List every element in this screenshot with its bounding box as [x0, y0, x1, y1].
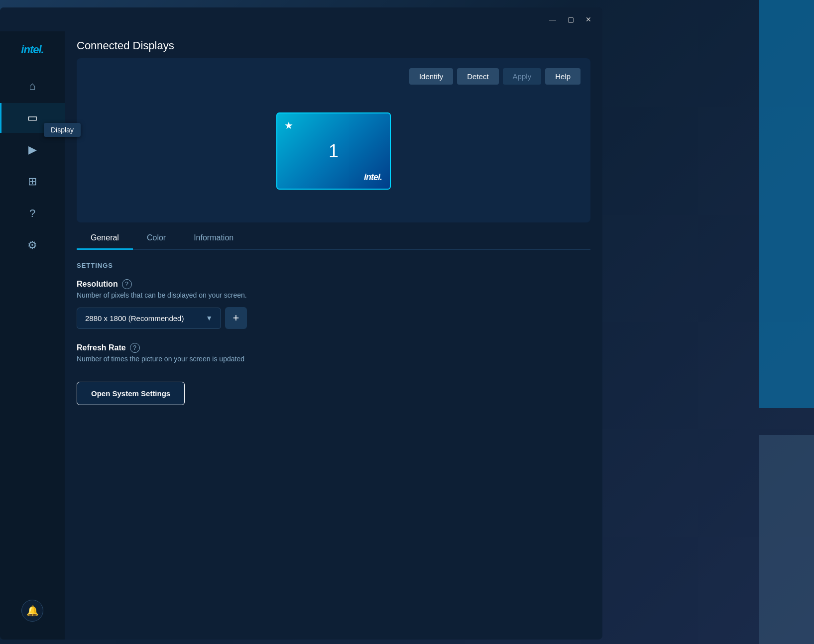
- display-number: 1: [329, 141, 339, 162]
- main-layout: intel. ⌂ ▭ ▶ ⊞ ? ⚙: [0, 31, 602, 640]
- primary-display-icon: ★: [284, 119, 293, 131]
- settings-section: SETTINGS Resolution ? Number of pixels t…: [65, 250, 602, 640]
- close-button[interactable]: ✕: [581, 13, 596, 25]
- resolution-value: 2880 x 1800 (Recommended): [85, 314, 184, 322]
- intel-logo: intel.: [21, 36, 43, 66]
- display-cards-area: ★ 1 intel.: [87, 95, 581, 213]
- help-button[interactable]: Help: [545, 68, 581, 85]
- resolution-group: Resolution ? Number of pixels that can b…: [77, 279, 590, 329]
- resolution-title-row: Resolution ?: [77, 279, 590, 289]
- page-title: Connected Displays: [77, 39, 590, 52]
- title-bar-controls: — ▢ ✕: [545, 13, 596, 25]
- display-card-1[interactable]: ★ 1 intel.: [276, 112, 391, 190]
- tabs-section: General Color Information: [77, 226, 590, 250]
- preview-toolbar: Identify Detect Apply Help: [409, 68, 581, 85]
- resolution-dropdown[interactable]: 2880 x 1800 (Recommended) ▼: [77, 308, 221, 329]
- resolution-description: Number of pixels that can be displayed o…: [77, 291, 590, 299]
- sidebar-item-home[interactable]: ⌂: [0, 71, 65, 101]
- tab-general[interactable]: General: [77, 226, 133, 249]
- resolution-title: Resolution: [77, 280, 118, 289]
- bell-icon: 🔔: [26, 605, 39, 617]
- display-icon: ▭: [27, 111, 38, 124]
- sidebar-bottom: 🔔: [0, 592, 65, 630]
- video-icon: ▶: [28, 143, 37, 156]
- add-resolution-button[interactable]: +: [225, 307, 247, 329]
- home-icon: ⌂: [29, 80, 35, 93]
- tab-color[interactable]: Color: [133, 226, 180, 249]
- apply-button[interactable]: Apply: [503, 68, 542, 85]
- refresh-rate-help-icon[interactable]: ?: [130, 343, 140, 353]
- sidebar-nav: ⌂ ▭ ▶ ⊞ ? ⚙: [0, 66, 65, 592]
- content-area: Connected Displays Identify Detect Apply…: [65, 31, 602, 640]
- identify-button[interactable]: Identify: [409, 68, 453, 85]
- sidebar-item-apps[interactable]: ⊞: [0, 167, 65, 197]
- sidebar-item-settings[interactable]: ⚙: [0, 230, 65, 260]
- title-bar: — ▢ ✕: [0, 7, 602, 31]
- refresh-rate-title-row: Refresh Rate ?: [77, 343, 590, 353]
- settings-section-label: SETTINGS: [77, 262, 590, 269]
- display-preview-section: Identify Detect Apply Help ★ 1 intel.: [77, 58, 590, 222]
- open-system-settings-button[interactable]: Open System Settings: [77, 382, 185, 405]
- sidebar-item-video[interactable]: ▶: [0, 135, 65, 165]
- refresh-rate-title: Refresh Rate: [77, 343, 126, 352]
- tooltip: Display: [44, 123, 81, 137]
- resolution-help-icon[interactable]: ?: [122, 279, 132, 289]
- tab-information[interactable]: Information: [180, 226, 247, 249]
- app-window: — ▢ ✕ intel. ⌂ ▭ ▶ ⊞: [0, 7, 602, 640]
- refresh-rate-group: Refresh Rate ? Number of times the pictu…: [77, 343, 590, 363]
- help-icon: ?: [29, 207, 35, 220]
- resolution-controls: 2880 x 1800 (Recommended) ▼ +: [77, 307, 590, 329]
- minimize-button[interactable]: —: [545, 13, 561, 25]
- maximize-button[interactable]: ▢: [563, 13, 579, 25]
- content-header: Connected Displays: [65, 31, 602, 58]
- apps-icon: ⊞: [28, 175, 37, 188]
- detect-button[interactable]: Detect: [457, 68, 498, 85]
- display-card-logo: intel.: [364, 172, 382, 183]
- gear-icon: ⚙: [27, 239, 37, 252]
- refresh-rate-description: Number of times the picture on your scre…: [77, 355, 590, 363]
- notification-button[interactable]: 🔔: [21, 600, 43, 622]
- dropdown-arrow-icon: ▼: [206, 314, 213, 322]
- sidebar-item-help[interactable]: ?: [0, 199, 65, 228]
